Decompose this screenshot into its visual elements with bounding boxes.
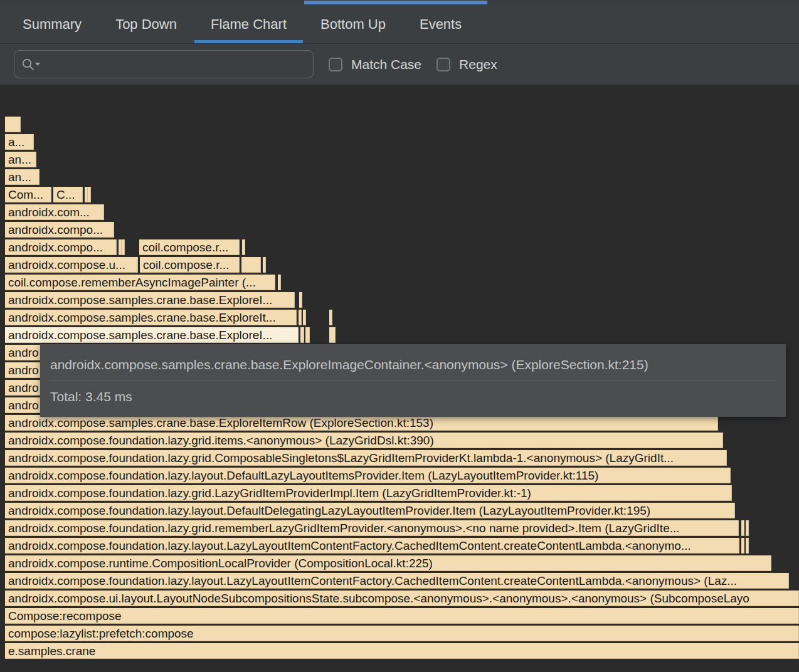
tab-label: Summary [23,16,82,33]
flame-bar[interactable]: C... [53,187,83,202]
flame-bar[interactable]: compose:lazylist:prefetch:compose [5,626,799,641]
flame-bar[interactable] [741,520,744,536]
flame-bar[interactable]: androidx.compo... [5,222,114,238]
flame-bar[interactable] [305,327,310,343]
flame-bar[interactable]: androidx.com... [5,204,104,220]
flame-bar[interactable] [122,239,125,255]
flame-bar[interactable]: andro [5,380,41,396]
flame-bar[interactable] [299,292,302,308]
flame-bar[interactable] [241,257,261,273]
search-dropdown-arrow [35,63,40,66]
flame-bar[interactable] [242,239,245,255]
flame-bar[interactable]: androidx.compose.foundation.lazy.grid.re… [5,520,739,536]
flame-bar[interactable]: a... [5,134,34,150]
match-case-option[interactable]: Match Case [329,57,421,72]
flame-bar[interactable] [303,310,306,325]
flame-bar[interactable]: Com... [5,187,51,202]
tab-summary[interactable]: Summary [23,5,82,43]
flame-bar[interactable]: coil.compose.r... [139,239,240,255]
flame-bar[interactable] [300,327,304,343]
flame-bar[interactable]: andro [5,397,41,413]
flame-chart-canvas[interactable]: a...an...an...Com...C...androidx.com...a… [0,85,799,671]
flame-bar[interactable]: Compose:recompose [5,608,799,624]
flame-bar[interactable]: androidx.compose.foundation.lazy.layout.… [5,468,731,483]
flame-bar[interactable]: androidx.compose.foundation.lazy.grid.it… [5,433,723,448]
flame-bar[interactable] [329,327,336,343]
search-box[interactable] [14,50,314,78]
tooltip-method-name: androidx.compose.samples.crane.base.Expl… [50,357,776,372]
flame-bar[interactable] [278,275,281,290]
flame-bar[interactable]: androidx.compose.samples.crane.base.Expl… [5,292,295,308]
flame-bar[interactable]: androidx.compo... [5,239,117,255]
tab-label: Flame Chart [211,16,287,33]
flame-bar[interactable] [741,538,744,554]
top-tab-indicator [304,1,487,4]
flame-bar[interactable]: androidx.compose.u... [5,257,138,273]
flame-bar[interactable]: androidx.compose.foundation.lazy.grid.Co… [5,450,727,466]
flame-bar[interactable]: androidx.compose.foundation.lazy.layout.… [5,573,789,589]
tab-events[interactable]: Events [420,5,462,43]
flame-bar[interactable]: coil.compose.rememberAsyncImagePainter (… [5,275,275,290]
flame-bar[interactable]: an... [5,152,36,167]
flame-bar[interactable]: androidx.compose.samples.crane.base.Expl… [5,327,299,343]
flame-bar[interactable]: androidx.compose.ui.layout.LayoutNodeSub… [5,591,799,606]
flame-bar[interactable] [88,187,91,202]
search-icon[interactable] [21,57,42,72]
flame-bar[interactable]: an... [5,169,40,185]
flame-bar[interactable]: andro [5,362,41,378]
flame-bar[interactable] [263,257,266,273]
flame-bar[interactable]: androidx.compose.samples.crane.base.Expl… [5,415,718,431]
tab-label: Events [420,16,462,33]
flame-bar[interactable]: androidx.compose.samples.crane.base.Expl… [5,310,297,325]
flame-bar[interactable]: andro [5,345,41,360]
flame-tooltip: androidx.compose.samples.crane.base.Expl… [40,344,786,417]
flame-bar[interactable]: androidx.compose.runtime.CompositionLoca… [5,555,771,571]
match-case-label: Match Case [351,57,421,72]
tab-bottom-up[interactable]: Bottom Up [320,5,386,43]
regex-label: Regex [459,57,497,72]
tab-underline [194,40,303,43]
flame-bar[interactable] [746,538,749,554]
tab-top-down[interactable]: Top Down [115,5,177,43]
tab-label: Bottom Up [320,16,386,33]
flame-bar[interactable]: coil.compose.r... [140,257,240,273]
regex-option[interactable]: Regex [437,57,497,72]
flame-bar[interactable]: androidx.compose.foundation.lazy.layout.… [5,503,735,518]
search-input[interactable] [42,51,307,78]
tooltip-divider [50,381,776,381]
flame-bar[interactable] [329,310,332,325]
tab-label: Top Down [115,16,177,33]
regex-checkbox[interactable] [437,58,450,71]
flame-bar[interactable]: e.samples.crane [5,643,799,659]
flame-bar[interactable] [746,520,749,536]
flame-bar[interactable]: androidx.compose.foundation.lazy.layout.… [5,538,739,554]
flame-bar[interactable] [299,310,302,325]
search-toolbar: Match Case Regex [0,44,799,85]
tab-flame-chart[interactable]: Flame Chart [211,5,287,43]
match-case-checkbox[interactable] [329,58,342,71]
flame-bar[interactable]: androidx.compose.foundation.lazy.grid.La… [5,485,732,501]
flame-bar[interactable] [5,117,21,132]
tooltip-total-time: Total: 3.45 ms [50,389,776,404]
top-strip [0,0,799,5]
profiler-tab-bar: Summary Top Down Flame Chart Bottom Up E… [0,5,799,44]
